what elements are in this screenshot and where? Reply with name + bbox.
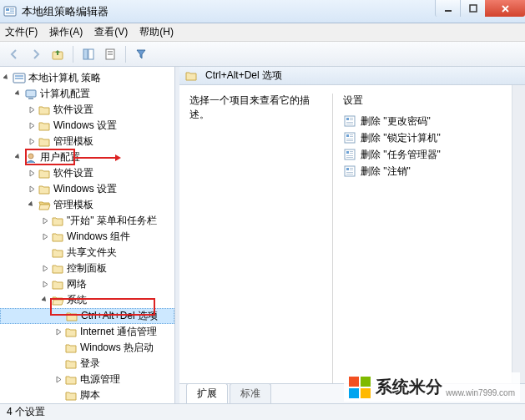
- menu-bar: 文件(F) 操作(A) 查看(V) 帮助(H): [0, 23, 525, 42]
- close-button[interactable]: [485, 0, 525, 17]
- tree-item[interactable]: 登录: [0, 356, 174, 372]
- folder-icon: [65, 310, 78, 323]
- computer-icon: [24, 88, 38, 101]
- expand-icon[interactable]: [27, 200, 37, 210]
- setting-label: 删除 "任务管理器": [361, 148, 441, 162]
- svg-rect-16: [15, 78, 23, 79]
- expand-icon[interactable]: [40, 232, 50, 242]
- folder-icon: [64, 326, 78, 339]
- expand-icon[interactable]: [40, 264, 50, 274]
- tree-label: 本地计算机 策略: [28, 70, 101, 86]
- svg-rect-43: [346, 174, 353, 175]
- tree-item[interactable]: 电源管理: [0, 372, 174, 387]
- tree-item[interactable]: Windows 设置: [0, 118, 174, 134]
- tree-item[interactable]: Windows 组件: [0, 229, 174, 245]
- menu-action[interactable]: 操作(A): [49, 25, 83, 39]
- tree-item[interactable]: 软件设置: [0, 102, 174, 118]
- tree-root[interactable]: 本地计算机 策略: [0, 70, 174, 86]
- vertical-scrollbar[interactable]: [512, 85, 525, 383]
- folder-icon: [51, 215, 64, 228]
- expand-icon[interactable]: [40, 216, 50, 226]
- maximize-button[interactable]: [460, 0, 485, 17]
- policy-icon: [343, 114, 356, 128]
- tree-label: 用户配置: [40, 149, 80, 165]
- expand-icon[interactable]: [40, 280, 50, 290]
- tree-item[interactable]: Windows 设置: [0, 181, 174, 197]
- tree-system[interactable]: 系统: [0, 292, 174, 308]
- policy-icon: [343, 131, 356, 144]
- svg-rect-42: [346, 172, 353, 173]
- svg-rect-23: [350, 119, 353, 120]
- svg-rect-27: [346, 134, 349, 137]
- svg-rect-13: [108, 54, 113, 55]
- expand-icon[interactable]: [2, 73, 12, 83]
- svg-rect-9: [88, 49, 93, 59]
- tree-item[interactable]: 共享文件夹: [0, 245, 174, 261]
- forward-button[interactable]: [27, 45, 45, 63]
- expand-icon[interactable]: [13, 89, 23, 99]
- menu-view[interactable]: 查看(V): [94, 25, 128, 39]
- title-bar: 本地组策略编辑器: [0, 0, 525, 23]
- tab-extended[interactable]: 扩展: [186, 383, 228, 403]
- tree-admin-templates[interactable]: 管理模板: [0, 197, 174, 213]
- expand-icon[interactable]: [27, 137, 37, 147]
- show-hide-tree-button[interactable]: [79, 45, 98, 63]
- tree-item[interactable]: 控制面板: [0, 261, 174, 276]
- svg-rect-3: [10, 10, 14, 12]
- tree-item[interactable]: 网络: [0, 276, 174, 292]
- tree-item[interactable]: 管理模板: [0, 134, 174, 149]
- expand-icon[interactable]: [27, 121, 37, 131]
- svg-rect-34: [350, 151, 353, 152]
- expand-icon[interactable]: [40, 296, 50, 306]
- svg-rect-40: [350, 168, 353, 169]
- svg-rect-15: [15, 75, 23, 77]
- expand-icon[interactable]: [27, 105, 37, 115]
- setting-item[interactable]: 删除 "任务管理器": [343, 146, 502, 163]
- svg-rect-41: [350, 170, 353, 170]
- properties-button[interactable]: [101, 45, 119, 63]
- minimize-button[interactable]: [435, 0, 460, 17]
- column-header-setting[interactable]: 设置: [343, 94, 502, 108]
- menu-file[interactable]: 文件(F): [5, 25, 38, 39]
- setting-label: 删除 "锁定计算机": [361, 131, 441, 145]
- expand-icon[interactable]: [53, 327, 63, 337]
- expand-icon[interactable]: [13, 153, 23, 163]
- expand-icon[interactable]: [53, 375, 63, 385]
- folder-icon: [64, 342, 78, 355]
- tree-label: 计算机配置: [40, 86, 90, 102]
- svg-rect-1: [6, 8, 9, 11]
- folder-icon: [51, 230, 64, 244]
- expand-icon[interactable]: [27, 169, 37, 179]
- tree-label: Windows 设置: [53, 118, 117, 134]
- tree-label: Windows 热启动: [80, 340, 154, 356]
- svg-rect-17: [26, 90, 36, 97]
- folder-icon: [64, 389, 78, 402]
- tree-label: Internet 通信管理: [80, 324, 157, 340]
- setting-label: 删除 "更改密码": [361, 114, 431, 129]
- tree-user-config[interactable]: 用户配置: [0, 149, 174, 165]
- folder-icon: [64, 357, 78, 371]
- menu-help[interactable]: 帮助(H): [139, 25, 174, 39]
- tree-item[interactable]: 软件设置: [0, 165, 174, 181]
- tree-ctrl-alt-del[interactable]: Ctrl+Alt+Del 选项: [0, 308, 174, 324]
- tab-standard[interactable]: 标准: [230, 383, 271, 403]
- tree-item[interactable]: Windows 热启动: [0, 340, 174, 356]
- tree-item[interactable]: Internet 通信管理: [0, 324, 174, 340]
- filter-button[interactable]: [132, 45, 150, 63]
- expand-icon[interactable]: [27, 185, 37, 195]
- svg-rect-39: [346, 168, 349, 170]
- svg-rect-4: [6, 13, 14, 14]
- tree-item[interactable]: "开始" 菜单和任务栏: [0, 213, 174, 229]
- tree-computer-config[interactable]: 计算机配置: [0, 86, 174, 102]
- back-button[interactable]: [5, 45, 23, 63]
- right-header: Ctrl+Alt+Del 选项: [179, 67, 525, 85]
- svg-rect-29: [350, 136, 353, 137]
- folder-icon: [51, 262, 64, 276]
- tree-item[interactable]: 脚本: [0, 387, 174, 403]
- setting-item[interactable]: 删除 "锁定计算机": [343, 129, 502, 146]
- setting-item[interactable]: 删除 "更改密码": [343, 113, 502, 129]
- setting-item[interactable]: 删除 "注销": [343, 163, 502, 180]
- svg-rect-30: [346, 139, 353, 139]
- up-button[interactable]: [48, 45, 67, 63]
- window-controls: [435, 0, 525, 17]
